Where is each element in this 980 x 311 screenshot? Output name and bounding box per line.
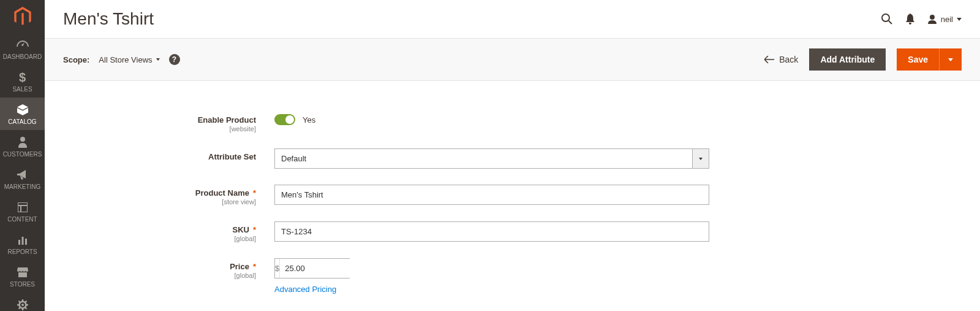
actions-right: Back Add Attribute Save [764,48,962,71]
enable-product-row: Enable Product [website] Yes [63,112,962,132]
arrow-left-icon [764,56,774,63]
user-name: neil [941,15,953,24]
gear-icon [17,299,29,311]
bell-icon[interactable] [905,13,915,25]
search-icon[interactable] [881,13,893,25]
nav-label: SALES [12,86,32,93]
save-button[interactable]: Save [897,48,939,71]
svg-rect-6 [25,239,27,245]
svg-point-9 [930,15,935,20]
actions-bar: Scope: All Store Views ? Back Add Attrib… [45,38,980,81]
nav-system[interactable] [0,293,45,311]
dollar-icon: $ [17,71,29,83]
product-name-label: Product Name* [store view] [63,185,274,205]
nav-label: STORES [10,281,35,288]
svg-line-8 [889,21,892,24]
svg-point-7 [882,14,889,21]
nav-label: CATALOG [8,118,36,125]
nav-dashboard[interactable]: DASHBOARD [0,33,45,65]
price-row: Price* [global] $ Advanced Pricing [63,258,962,294]
nav-catalog[interactable]: CATALOG [0,98,45,130]
chevron-down-icon [156,58,160,61]
nav-stores[interactable]: STORES [0,260,45,293]
main-content: Men's Tshirt neil Scope: All Store Views… [45,0,980,311]
advanced-pricing-link[interactable]: Advanced Pricing [274,285,336,294]
attribute-set-value: Default [274,148,692,169]
required-mark: * [253,188,256,198]
header-actions: neil [881,13,962,25]
back-button[interactable]: Back [764,55,798,64]
scope-section: Scope: All Store Views ? [63,54,180,65]
enable-product-value: Yes [303,115,315,125]
sku-label: SKU* [global] [63,221,274,242]
nav-customers[interactable]: CUSTOMERS [0,130,45,163]
svg-rect-4 [18,240,20,245]
attribute-set-row: Attribute Set Default [63,148,962,169]
nav-label: REPORTS [7,248,37,255]
sku-input[interactable] [274,221,709,242]
product-form: Enable Product [website] Yes Attribute S… [45,81,980,294]
user-menu[interactable]: neil [927,14,962,24]
user-icon [927,14,937,24]
nav-label: DASHBOARD [3,53,42,60]
page-header: Men's Tshirt neil [45,0,980,38]
save-button-group: Save [897,48,962,71]
svg-rect-5 [21,237,23,245]
magento-logo[interactable] [0,0,45,33]
dashboard-icon [17,39,29,51]
save-dropdown-button[interactable] [939,48,962,71]
add-attribute-button[interactable]: Add Attribute [809,48,886,71]
page-title: Men's Tshirt [63,9,154,29]
enable-product-label: Enable Product [website] [63,112,274,132]
nav-label: CONTENT [7,216,37,223]
required-mark: * [253,262,256,271]
svg-rect-1 [18,202,28,212]
scope-label: Scope: [63,55,89,64]
attribute-set-select[interactable]: Default [274,148,709,169]
price-field: $ [274,258,350,278]
megaphone-icon [17,169,29,181]
enable-product-toggle[interactable] [274,114,295,125]
bars-icon [17,234,29,246]
nav-label: MARKETING [4,183,40,190]
scope-selector[interactable]: All Store Views [99,55,159,64]
nav-label: CUSTOMERS [3,151,42,158]
help-icon[interactable]: ? [169,54,180,65]
svg-point-0 [20,137,25,142]
price-label: Price* [global] [63,258,274,279]
scope-value-text: All Store Views [99,55,152,64]
required-mark: * [253,225,256,234]
nav-sales[interactable]: $ SALES [0,65,45,98]
chevron-down-icon [957,18,962,21]
attribute-set-label: Attribute Set [63,148,274,161]
currency-symbol: $ [275,259,280,278]
nav-marketing[interactable]: MARKETING [0,163,45,195]
nav-content[interactable]: CONTENT [0,195,45,228]
product-name-input[interactable] [274,185,709,205]
chevron-down-icon [948,58,953,61]
sidebar: DASHBOARD $ SALES CATALOG CUSTOMERS MARK… [0,0,45,311]
product-name-row: Product Name* [store view] [63,185,962,205]
cube-icon [17,104,29,116]
sku-row: SKU* [global] [63,221,962,242]
person-icon [17,136,29,148]
layout-icon [17,201,29,213]
store-icon [17,266,29,278]
attribute-set-dropdown-button[interactable] [692,148,709,169]
chevron-down-icon [699,158,703,160]
toggle-knob [285,115,294,124]
nav-reports[interactable]: REPORTS [0,228,45,260]
back-label: Back [779,55,798,64]
price-input[interactable] [280,259,393,278]
